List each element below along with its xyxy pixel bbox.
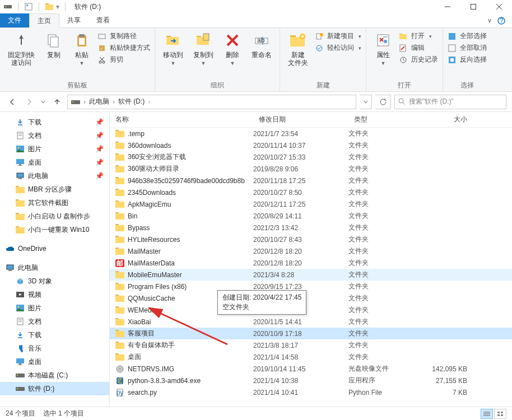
history-button[interactable]: 历史记录 — [399, 55, 438, 64]
sidebar-item[interactable]: 图片📌 — [0, 142, 109, 156]
column-headers[interactable]: 名称 修改日期 类型 大小 — [110, 112, 512, 128]
file-row[interactable]: 有专自媒体助手2021/3/8 18:17文件夹 — [110, 339, 512, 351]
file-row[interactable]: MailMaster2020/12/8 18:20文件夹 — [110, 245, 512, 257]
sidebar-item[interactable]: 下载 — [0, 328, 109, 342]
paste-button[interactable]: 粘贴 ▼ — [69, 30, 94, 67]
sidebar-item[interactable]: 软件 (D:) — [0, 382, 109, 395]
file-row[interactable]: .temp2021/1/7 23:54文件夹 — [110, 128, 512, 139]
file-row[interactable]: Bin2020/8/29 14:11文件夹 — [110, 210, 512, 222]
file-row[interactable]: QQMusicCache04文件夹 — [110, 292, 512, 304]
folder-icon — [115, 176, 124, 185]
file-row[interactable]: NETDRVS.IMG2019/10/14 11:45光盘映像文件142,095… — [110, 363, 512, 375]
sidebar-item[interactable]: 视频 — [0, 288, 109, 301]
properties-button[interactable]: 属性▼ — [371, 30, 395, 67]
file-row[interactable]: 桌面2021/1/4 14:58文件夹 — [110, 351, 512, 363]
cut-button[interactable]: 剪切 — [97, 55, 150, 64]
tab-home[interactable]: 主页 — [29, 13, 59, 28]
sidebar-item[interactable]: 小白一键重装 Win10 — [0, 223, 109, 236]
maximize-button[interactable] — [460, 0, 486, 13]
sidebar-onedrive[interactable]: OneDrive — [0, 242, 109, 255]
video-icon — [16, 290, 25, 299]
select-all-button[interactable]: 全部选择 — [448, 31, 487, 41]
breadcrumb-current[interactable]: 软件 (D:) — [118, 97, 145, 106]
move-to-button[interactable]: 移动到▼ — [160, 30, 187, 67]
folder-icon — [115, 294, 124, 303]
file-row[interactable]: Bypass2021/2/3 13:42文件夹 — [110, 222, 512, 234]
file-row[interactable]: ApkMagicEmu2020/12/11 17:25文件夹 — [110, 198, 512, 210]
sidebar-item[interactable]: 图片 — [0, 301, 109, 315]
sidebar-item[interactable]: 3D 对象 — [0, 274, 109, 288]
copy-to-button[interactable]: 复制到▼ — [190, 30, 217, 67]
sidebar-item[interactable]: 文档 — [0, 315, 109, 328]
column-name[interactable]: 名称 — [110, 115, 253, 124]
select-none-button[interactable]: 全部取消 — [448, 43, 487, 53]
tab-file[interactable]: 文件 — [0, 13, 29, 27]
new-folder-button[interactable]: 新建 文件夹 — [285, 30, 311, 68]
path-dropdown-icon[interactable] — [360, 95, 372, 109]
file-row[interactable]: 2345Downloads2020/10/27 8:50文件夹 — [110, 186, 512, 198]
pin-to-quick-access-button[interactable]: 固定到快 速访问 — [4, 30, 38, 68]
sidebar-item[interactable]: 此电脑📌 — [0, 169, 109, 183]
file-row[interactable]: 客服项目2020/10/9 17:18文件夹 — [110, 328, 512, 339]
up-button[interactable] — [50, 95, 64, 109]
folder-icon[interactable] — [45, 2, 54, 11]
sidebar-item[interactable]: MBR 分区步骤 — [0, 183, 109, 196]
paste-shortcut-button[interactable]: 粘贴快捷方式 — [97, 43, 150, 53]
sidebar-item[interactable]: 小白启动 U 盘制作步 — [0, 209, 109, 223]
svg-rect-145 — [497, 414, 500, 416]
sidebar-item[interactable]: 文档📌 — [0, 129, 109, 142]
column-date[interactable]: 修改日期 — [253, 115, 348, 124]
qat-dropdown-icon[interactable]: ▾ — [56, 3, 59, 11]
column-size[interactable]: 大小 — [417, 115, 478, 124]
invert-selection-button[interactable]: 反向选择 — [448, 55, 487, 64]
back-button[interactable] — [6, 95, 19, 109]
view-icons-button[interactable] — [494, 409, 506, 419]
rename-button[interactable]: ab 重命名 — [248, 30, 275, 60]
file-row[interactable]: 946b38e35c0259746f9bade00dcd9b8b2020/11/… — [110, 175, 512, 186]
sidebar-item[interactable]: 桌面 — [0, 355, 109, 368]
refresh-button[interactable] — [375, 95, 391, 109]
breadcrumb[interactable]: › 此电脑 › 软件 (D:) › — [67, 95, 356, 109]
column-type[interactable]: 类型 — [348, 115, 417, 124]
search-input[interactable]: 搜索"软件 (D:)" — [394, 95, 506, 109]
sidebar-item[interactable]: 桌面📌 — [0, 156, 109, 169]
file-size: 142,095 KB — [417, 365, 478, 373]
tab-view[interactable]: 查看 — [89, 13, 118, 27]
close-button[interactable] — [486, 0, 512, 13]
minimize-button[interactable] — [435, 0, 460, 13]
tab-share[interactable]: 共享 — [59, 13, 89, 27]
file-row[interactable]: 360安全浏览器下载2020/10/27 15:33文件夹 — [110, 151, 512, 163]
ribbon-collapse-icon[interactable]: ∨ — [487, 17, 492, 24]
file-row[interactable]: XiaoBai2020/11/5 14:41文件夹 — [110, 316, 512, 328]
folder-icon — [115, 247, 124, 256]
file-row[interactable]: python-3.8.3-amd64.exe2021/1/4 10:38应用程序… — [110, 375, 512, 386]
file-row[interactable]: pysearch.py2021/1/4 10:41Python File7 KB — [110, 386, 512, 398]
forward-button[interactable] — [22, 95, 36, 109]
sidebar-item[interactable]: 下载📌 — [0, 115, 109, 129]
new-item-button[interactable]: 新建项目▾ — [315, 31, 361, 41]
svg-rect-74 — [16, 214, 25, 220]
sidebar-item[interactable]: 本地磁盘 (C:) — [0, 368, 109, 382]
file-row[interactable]: 邮MailMasterData2020/12/8 18:20文件夹 — [110, 257, 512, 269]
recent-dropdown-icon[interactable] — [39, 95, 47, 109]
easy-access-button[interactable]: 轻松访问▾ — [315, 43, 361, 53]
copy-button[interactable]: 复制 — [41, 30, 66, 60]
file-row[interactable]: WEMedia文件夹 — [110, 304, 512, 316]
file-row[interactable]: HYLiteResources2020/10/27 8:43文件夹 — [110, 234, 512, 245]
view-details-button[interactable] — [481, 409, 493, 419]
file-row[interactable]: 360downloads2020/11/14 10:37文件夹 — [110, 139, 512, 151]
file-row[interactable]: 360驱动大师目录2019/8/28 9:06文件夹 — [110, 163, 512, 175]
sidebar-thispc[interactable]: 此电脑 — [0, 261, 109, 274]
qat-properties-icon[interactable] — [24, 2, 33, 11]
sidebar-item[interactable]: 其它软件截图 — [0, 196, 109, 209]
copy-path-button[interactable]: 复制路径 — [97, 31, 150, 41]
file-row[interactable]: Program Files (x86)2020/9/15 17:23文件夹 — [110, 281, 512, 292]
breadcrumb-thispc[interactable]: 此电脑 — [89, 97, 109, 106]
edit-button[interactable]: 编辑 — [399, 43, 438, 53]
open-button[interactable]: 打开▾ — [399, 31, 438, 41]
help-icon[interactable]: ? — [497, 17, 505, 25]
file-row[interactable]: MobileEmuMaster2021/3/4 8:28文件夹 — [110, 269, 512, 281]
sidebar-item[interactable]: 音乐 — [0, 342, 109, 355]
delete-button[interactable]: 删除▼ — [220, 30, 245, 67]
svg-rect-110 — [115, 225, 124, 231]
